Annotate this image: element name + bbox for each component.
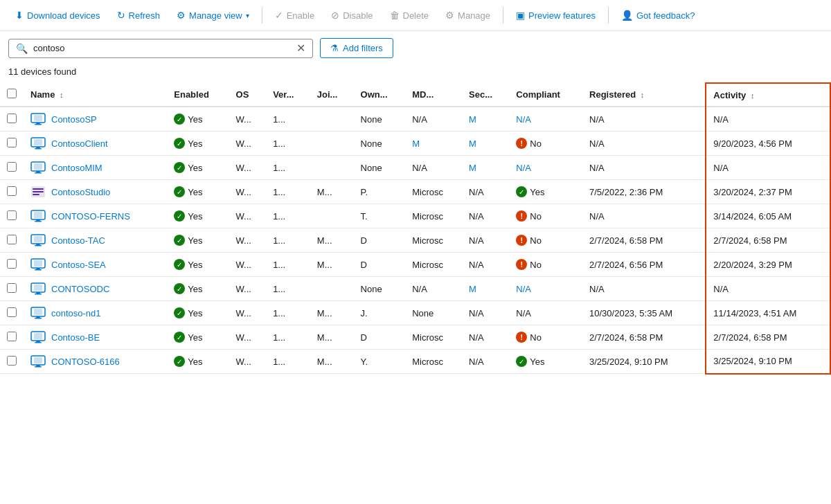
preview-icon: ▣ [516,10,525,21]
row-checkbox-cell [0,301,24,325]
row-joi-cell: M... [310,301,354,325]
device-name-link[interactable]: CONTOSO-6166 [51,357,120,367]
disable-button[interactable]: ⊘ Disable [324,6,379,25]
sec-link[interactable]: M [469,163,476,173]
compliant-na-link[interactable]: N/A [516,284,531,294]
row-checkbox[interactable] [7,283,17,293]
col-ver[interactable]: Ver... [266,83,310,107]
row-checkbox[interactable] [7,259,17,269]
enabled-check-icon: ✓ [174,283,185,294]
col-compliant[interactable]: Compliant [509,83,582,107]
device-name-link[interactable]: ContosoClient [51,138,108,149]
row-compliant-cell: N/A [509,107,582,132]
row-joi-cell: M... [310,325,354,350]
row-own-cell: None [354,277,406,301]
row-checkbox[interactable] [7,332,17,341]
compliant-no-icon: ! [516,259,527,270]
refresh-button[interactable]: ↻ Refresh [110,6,168,25]
row-checkbox[interactable] [7,235,17,244]
row-checkbox[interactable] [7,162,17,172]
filter-icon: ⚗ [330,43,339,53]
row-activity-cell: N/A [706,156,830,180]
compliant-na-link[interactable]: N/A [516,163,531,173]
device-name-link[interactable]: CONTOSO-FERNS [51,211,130,222]
row-checkbox-cell [0,132,24,156]
device-name-link[interactable]: Contoso-BE [51,332,100,343]
row-compliant-cell: !No [509,228,582,253]
row-sec-cell: M [462,277,509,301]
device-name-link[interactable]: CONTOSODC [51,284,109,294]
row-registered-cell: 10/30/2023, 5:35 AM [582,301,706,325]
enabled-check-icon: ✓ [174,162,185,173]
row-enabled-cell: ✓Yes [167,325,229,350]
devices-table: Name ↕ Enabled OS Ver... Joi... Own... M… [0,82,831,375]
compliant-no-text: No [530,211,542,222]
enable-button[interactable]: ✓ Enable [268,6,321,25]
table-row: Contoso-TAC✓YesW...1...M...DMicroscN/A!N… [0,228,830,253]
device-icon [30,113,46,125]
row-checkbox[interactable] [7,114,17,123]
device-name-link[interactable]: ContosoMIM [51,163,102,173]
svg-rect-18 [36,219,40,221]
feedback-button[interactable]: 👤 Got feedback? [614,6,702,25]
row-md-cell: Microsc [405,253,462,277]
row-own-cell: P. [354,180,406,204]
row-checkbox[interactable] [7,210,17,220]
col-sec[interactable]: Sec... [462,83,509,107]
manage-view-dropdown-arrow: ▾ [246,12,249,19]
delete-button[interactable]: 🗑 Delete [383,6,436,25]
enabled-check-icon: ✓ [174,259,185,270]
md-link[interactable]: M [412,138,420,149]
download-devices-button[interactable]: ⬇ Download devices [8,6,107,25]
row-checkbox-cell [0,228,24,253]
row-checkbox[interactable] [7,138,17,147]
col-own[interactable]: Own... [354,83,406,107]
compliant-na-link[interactable]: N/A [516,114,531,125]
col-name[interactable]: Name ↕ [24,83,167,107]
manage-view-button[interactable]: ⚙ Manage view ▾ [170,6,256,25]
row-own-cell: D [354,253,406,277]
table-row: ContosoMIM✓YesW...1...NoneN/AMN/AN/AN/A [0,156,830,180]
preview-features-button[interactable]: ▣ Preview features [509,6,602,25]
svg-rect-14 [33,191,44,192]
col-md[interactable]: MD... [405,83,462,107]
device-name-link[interactable]: contoso-nd1 [51,308,101,318]
row-md-cell: Microsc [405,180,462,204]
row-ver-cell: 1... [266,253,310,277]
row-os-cell: W... [229,156,267,180]
add-filters-button[interactable]: ⚗ Add filters [320,38,393,58]
col-os[interactable]: OS [229,83,267,107]
sec-link[interactable]: M [469,138,476,149]
device-name-link[interactable]: Contoso-TAC [51,235,105,246]
row-checkbox-cell [0,253,24,277]
enable-label: Enable [287,10,314,21]
device-name-link[interactable]: Contoso-SEA [51,260,106,270]
row-checkbox[interactable] [7,307,17,317]
search-input[interactable] [33,43,291,53]
row-enabled-cell: ✓Yes [167,180,229,204]
enabled-text: Yes [188,211,202,222]
refresh-label: Refresh [129,10,161,21]
device-name-link[interactable]: ContosoSP [51,114,97,125]
select-all-checkbox[interactable] [7,89,17,98]
enabled-check-icon: ✓ [174,356,185,367]
row-checkbox[interactable] [7,356,17,366]
feedback-label: Got feedback? [636,10,695,21]
device-icon [30,137,46,150]
clear-search-button[interactable]: ✕ [296,43,305,54]
sec-link[interactable]: M [469,114,476,125]
col-activity[interactable]: Activity ↕ [706,83,830,107]
row-compliant-cell: N/A [509,301,582,325]
manage-button[interactable]: ⚙ Manage [438,6,497,25]
svg-rect-25 [34,260,42,267]
device-name-link[interactable]: ContosoStudio [51,187,110,197]
svg-rect-3 [35,124,42,125]
svg-rect-9 [34,163,42,170]
row-checkbox[interactable] [7,186,17,196]
row-activity-cell: 2/7/2024, 6:58 PM [706,325,830,350]
col-enabled[interactable]: Enabled [167,83,229,107]
sec-link[interactable]: M [469,284,476,294]
col-registered[interactable]: Registered ↕ [582,83,706,107]
col-joi[interactable]: Joi... [310,83,354,107]
row-own-cell: J. [354,301,406,325]
